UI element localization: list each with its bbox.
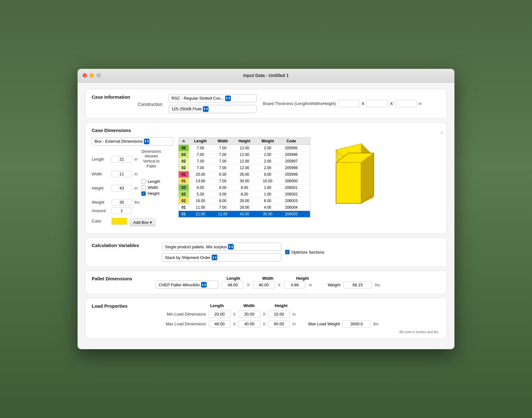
case-dims-title: Case Dimensions	[92, 128, 131, 133]
col-length: Length	[189, 138, 213, 145]
pallet-x2: X	[278, 283, 281, 287]
width-label: Width	[92, 172, 109, 176]
case-information-section: Case Information Construction RSC - Regu…	[85, 89, 447, 118]
pallet-weight-label: Weight	[328, 283, 340, 287]
table-row-code: 205995	[280, 145, 303, 151]
check-length-checkbox[interactable]	[141, 179, 146, 184]
table-row-weight: 4.00	[256, 204, 279, 211]
table-row-weight: 1.00	[256, 191, 279, 197]
table-row-length: 5.00	[189, 191, 213, 197]
case-dims-layout: Box - External Dimensions ⬆⬇ Length in D…	[92, 137, 440, 228]
load-headers-row: Length Width Height	[206, 303, 440, 308]
table-row-weight: 6.00	[256, 197, 279, 204]
table-row-height: 8.00	[233, 191, 256, 197]
optimize-label: Optimize Sections	[291, 250, 324, 255]
dims-left: Box - External Dimensions ⬆⬇ Length in D…	[92, 137, 173, 228]
table-row-length: 7.00	[189, 151, 213, 158]
height-unit: in	[134, 186, 138, 190]
min-x1: X	[233, 312, 236, 316]
col-extra	[303, 138, 310, 145]
pallet-select[interactable]: CHEP Pallet 48inx40in ⬆⬇	[156, 281, 219, 289]
length-unit: in	[134, 157, 138, 162]
table-row-n: 06	[179, 145, 189, 151]
max-width-input[interactable]	[238, 320, 260, 327]
table-row-height: 12.00	[233, 158, 256, 164]
pallet-height-input[interactable]	[284, 281, 306, 289]
pallet-weight-input[interactable]	[344, 281, 372, 289]
length-input[interactable]	[111, 156, 132, 162]
construction-chevron-icon: ⬆⬇	[225, 96, 231, 101]
weight-input[interactable]	[111, 199, 132, 206]
max-height-input[interactable]	[268, 320, 290, 327]
box-type-select[interactable]: Box - External Dimensions ⬆⬇	[92, 137, 173, 146]
width-unit: in	[134, 172, 138, 176]
table-row-n: 01	[179, 211, 189, 217]
col-code: Code	[280, 138, 303, 145]
pallet-width-input[interactable]	[253, 281, 275, 289]
col-width: Width	[212, 138, 233, 145]
table-row-weight: 2.00	[256, 145, 279, 151]
table-row-length: 6.00	[189, 184, 213, 191]
box-type-chevron-icon: ⬆⬇	[144, 139, 149, 144]
table-row-length: 7.00	[189, 145, 213, 151]
dims-table[interactable]: n Length Width Height Weight Code	[178, 137, 310, 218]
load-length-header: Length	[206, 303, 228, 308]
check-height-checkbox[interactable]: ✓	[141, 191, 146, 196]
svg-marker-4	[336, 162, 361, 203]
calc-dropdown1[interactable]: Single product pallets. Mix surplus ⬆⬇	[162, 243, 281, 251]
table-row-code: 206004	[280, 204, 303, 211]
thickness-w-input[interactable]: 0.25	[366, 100, 388, 107]
check-width-checkbox[interactable]	[141, 185, 146, 190]
min-length-input[interactable]	[209, 311, 231, 318]
optimize-checkbox[interactable]: ✓	[285, 250, 290, 254]
maximize-button[interactable]	[96, 73, 101, 78]
check-width-row: Width	[141, 185, 160, 190]
amount-input[interactable]	[111, 207, 132, 214]
flute-select[interactable]: 125-250#B Flute ⬆⬇	[169, 105, 257, 113]
table-row-weight: 9.00	[256, 171, 279, 178]
col-weight: Weight	[256, 138, 279, 145]
min-height-input[interactable]	[268, 311, 290, 318]
color-swatch[interactable]	[111, 218, 127, 225]
table-row-extra	[303, 197, 310, 204]
table-row-extra	[303, 171, 310, 178]
table-row-length: 16.00	[189, 197, 213, 204]
pallet-chevron-icon: ⬆⬇	[201, 282, 207, 288]
footer-note: All units in inches and lbs.	[92, 327, 440, 334]
height-input[interactable]	[111, 185, 132, 191]
thickness-l-input[interactable]: 0.25	[338, 100, 360, 107]
table-row-weight: 2.00	[256, 158, 279, 164]
box-3d-preview	[320, 137, 377, 214]
max-weight-input[interactable]	[342, 320, 371, 327]
min-unit: in	[292, 312, 296, 316]
thickness-unit: in	[419, 101, 422, 106]
max-load-row: Max Load Dimensions X X in Max Load Weig…	[156, 320, 440, 327]
table-row-code: 205999	[280, 171, 303, 178]
add-box-button[interactable]: Add Box ▾	[130, 218, 155, 226]
minimize-button[interactable]	[90, 73, 94, 78]
pallet-length-input[interactable]	[222, 281, 244, 289]
min-width-input[interactable]	[238, 311, 260, 318]
close-button[interactable]	[83, 73, 87, 78]
max-length-input[interactable]	[209, 320, 231, 327]
titlebar: Input Data - Untitled 1	[78, 69, 454, 83]
check-width-label: Width	[148, 185, 158, 190]
check-height-label: Height	[148, 191, 160, 196]
dims-table-container: n Length Width Height Weight Code	[178, 137, 310, 218]
table-row-length: 21.00	[189, 211, 213, 217]
table-row-n: 03	[179, 184, 189, 191]
amount-label: Amount	[92, 208, 109, 213]
table-row-extra	[303, 184, 310, 191]
calc-dropdown2[interactable]: Stack by Shipment Order ⬆⬇	[162, 253, 281, 261]
construction-select[interactable]: RSC - Regular Slotted Con... ⬆⬇	[169, 94, 257, 102]
max-unit: in	[292, 322, 296, 326]
table-row-weight: 1.00	[256, 184, 279, 191]
board-thickness-label: Board Thickness (LengthxWidthxHeight)	[263, 101, 336, 106]
load-width-header: Width	[238, 303, 260, 308]
calc-d1-chevron-icon: ⬆⬇	[228, 244, 234, 250]
pallet-row: CHEP Pallet 48inx40in ⬆⬇ X X in Weight l…	[156, 281, 440, 289]
weight-unit: lbs	[134, 200, 140, 205]
col-height: Height	[233, 138, 256, 145]
width-input[interactable]	[111, 171, 132, 177]
thickness-h-input[interactable]: 0.5	[395, 100, 417, 107]
